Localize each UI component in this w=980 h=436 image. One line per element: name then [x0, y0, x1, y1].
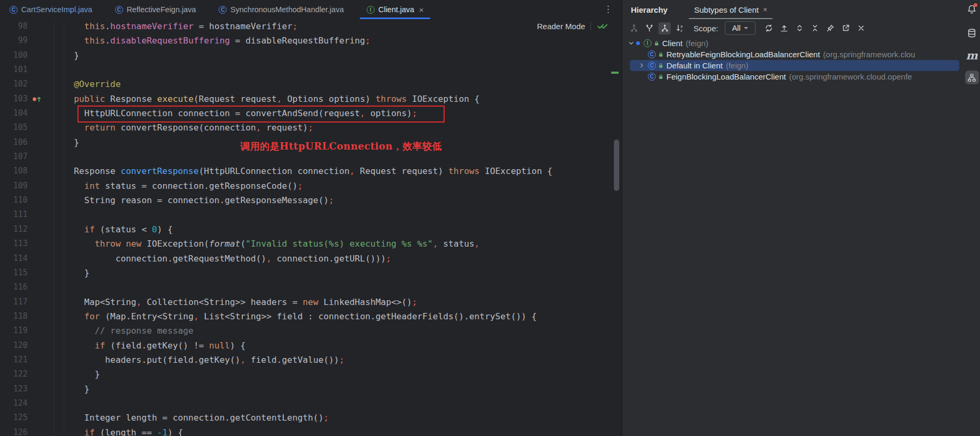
code-line[interactable]: 111	[0, 207, 622, 222]
code-line[interactable]: 126 if (length == -1) {	[0, 425, 622, 436]
editor-tab[interactable]: CCartServiceImpl.java	[3, 0, 99, 19]
gutter-line-number[interactable]: 115	[0, 266, 28, 280]
close-icon[interactable]: ×	[763, 5, 767, 14]
supertypes-icon[interactable]	[643, 22, 655, 34]
gutter-line-number[interactable]: 100	[0, 48, 28, 63]
gutter-line-number[interactable]: 120	[0, 338, 28, 353]
code-line[interactable]: 115 }	[0, 266, 622, 280]
code-line[interactable]: 119 // response message	[0, 324, 622, 338]
gutter-line-number[interactable]: 110	[0, 193, 28, 207]
code-token: Response	[105, 94, 157, 104]
gutter-line-number[interactable]: 107	[0, 150, 28, 164]
method-hierarchy-icon[interactable]	[628, 22, 640, 34]
code-line[interactable]: 114 connection.getRequestMethod(), conne…	[0, 251, 622, 266]
code-line[interactable]: 120 if (field.getKey() != null) {	[0, 338, 622, 353]
code-token: Collection<String>> headers =	[142, 297, 303, 307]
code-line[interactable]: 102 @Override	[0, 77, 622, 91]
code-line[interactable]: 112 if (status < 0) {	[0, 222, 622, 237]
code-line[interactable]: 116	[0, 280, 622, 294]
chevron-right-icon[interactable]	[636, 62, 647, 69]
subtypes-icon[interactable]	[658, 22, 671, 34]
editor-tab[interactable]: CReflectiveFeign.java	[108, 0, 203, 19]
refresh-icon[interactable]	[763, 22, 775, 34]
collapse-all-icon[interactable]	[809, 22, 821, 34]
tree-row[interactable]: CFeignBlockingLoadBalancerClient(org.spr…	[622, 71, 980, 82]
gutter-line-number[interactable]: 102	[0, 77, 28, 91]
sort-alphabetically-icon[interactable]: az	[674, 22, 686, 34]
expand-all-icon[interactable]	[794, 22, 806, 34]
tree-row[interactable]: CRetryableFeignBlockingLoadBalancerClien…	[622, 49, 980, 60]
pin-icon[interactable]	[825, 22, 837, 34]
hierarchy-tool-icon[interactable]	[965, 71, 979, 84]
gutter-line-number[interactable]: 112	[0, 222, 28, 237]
tree-class-icon: C	[647, 73, 657, 81]
gutter-line-number[interactable]: 113	[0, 237, 28, 251]
code-line[interactable]: 103 public Response execute(Request requ…	[0, 92, 622, 106]
gutter-line-number[interactable]: 119	[0, 324, 28, 338]
gutter-line-number[interactable]: 124	[0, 396, 28, 411]
gutter-line-number[interactable]: 114	[0, 251, 28, 266]
more-options-icon[interactable]: ⋮	[602, 3, 614, 15]
chevron-down-icon[interactable]	[626, 40, 636, 47]
gutter-line-number[interactable]: 99	[0, 33, 28, 48]
code-line[interactable]: 105 return convertResponse(connection, r…	[0, 120, 622, 135]
gutter-line-number[interactable]: 121	[0, 353, 28, 367]
gutter-line-number[interactable]: 103	[0, 92, 28, 106]
code-line[interactable]: 110 String reason = connection.getRespon…	[0, 193, 622, 207]
close-icon[interactable]: ×	[419, 5, 424, 14]
scroll-to-source-icon[interactable]	[778, 22, 791, 34]
gutter-line-number[interactable]: 117	[0, 295, 28, 309]
database-icon[interactable]	[967, 28, 977, 38]
editor-scrollbar[interactable]	[614, 139, 619, 191]
gutter-line-number[interactable]: 118	[0, 309, 28, 324]
code-line[interactable]: 123 }	[0, 382, 622, 396]
gutter-line-number[interactable]: 101	[0, 63, 28, 77]
code-token: this	[84, 36, 105, 46]
vcs-change-marker	[611, 72, 619, 74]
code-token: (	[240, 239, 246, 249]
override-gutter-icon[interactable]	[32, 95, 42, 103]
close-icon[interactable]	[855, 22, 868, 34]
code-line[interactable]: 118 for (Map.Entry<String, List<String>>…	[0, 309, 622, 324]
code-line[interactable]: 100 }	[0, 48, 622, 63]
gutter-line-number[interactable]: 105	[0, 120, 28, 135]
editor-tab[interactable]: CSynchronousMethodHandler.java	[212, 0, 351, 19]
code-token: convertResponse	[120, 166, 198, 176]
maven-icon[interactable]: m	[966, 49, 977, 62]
gutter-line-number[interactable]: 122	[0, 367, 28, 381]
code-line[interactable]: 99 this.disableRequestBuffering = disabl…	[0, 33, 622, 48]
code-line[interactable]: 101	[0, 63, 622, 77]
gutter-line-number[interactable]: 116	[0, 280, 28, 294]
code-line[interactable]: 109 int status = connection.getResponseC…	[0, 179, 622, 193]
class-icon: C	[648, 50, 656, 58]
chevron-down-icon	[744, 27, 748, 29]
code-line[interactable]: 124	[0, 396, 622, 411]
tree-row[interactable]: CDefault in Client(feign)	[630, 60, 959, 71]
code-line[interactable]: 108 Response convertResponse(HttpURLConn…	[0, 164, 622, 178]
gutter-line-number[interactable]: 123	[0, 382, 28, 396]
gutter-line-number[interactable]: 104	[0, 106, 28, 120]
scope-dropdown[interactable]: All	[725, 21, 756, 35]
hierarchy-content-tab[interactable]: Subtypes of Client ×	[689, 0, 773, 19]
gutter-line-number[interactable]: 106	[0, 135, 28, 150]
code-line[interactable]: 125 Integer length = connection.getConte…	[0, 411, 622, 425]
hierarchy-tree: IClient(feign)CRetryableFeignBlockingLoa…	[622, 38, 980, 82]
gutter-line-number[interactable]: 108	[0, 164, 28, 178]
code-token: if	[84, 428, 95, 436]
code-line[interactable]: 113 throw new IOException(format("Invali…	[0, 237, 622, 251]
bell-icon[interactable]	[967, 4, 977, 14]
code-token: (length ==	[94, 428, 157, 436]
tree-row[interactable]: IClient(feign)	[622, 38, 980, 49]
code-line[interactable]: 121 headers.put(field.getKey(), field.ge…	[0, 353, 622, 367]
gutter-line-number[interactable]: 125	[0, 411, 28, 425]
gutter-line-number[interactable]: 126	[0, 425, 28, 436]
code-line[interactable]: 98 this.hostnameVerifier = hostnameVerif…	[0, 19, 622, 33]
code-line[interactable]: 122 }	[0, 367, 622, 381]
open-in-new-window-icon[interactable]	[840, 22, 852, 34]
svg-text:a: a	[680, 24, 682, 28]
editor-tab[interactable]: IClient.java×	[360, 0, 430, 19]
gutter-line-number[interactable]: 98	[0, 19, 28, 33]
gutter-line-number[interactable]: 109	[0, 179, 28, 193]
code-line[interactable]: 117 Map<String, Collection<String>> head…	[0, 295, 622, 309]
gutter-line-number[interactable]: 111	[0, 207, 28, 222]
